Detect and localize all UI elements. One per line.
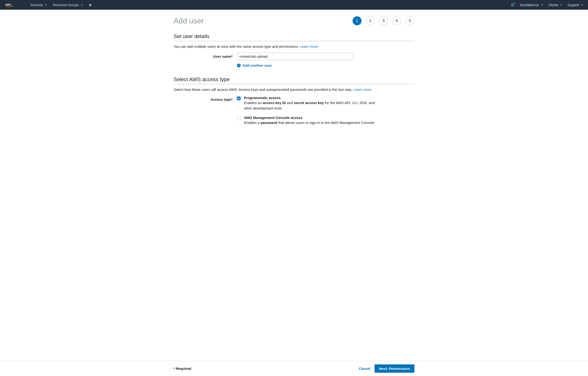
notification-dot-icon <box>514 2 515 4</box>
nav-account-label: heyValdemar <box>520 3 539 7</box>
username-row: User name* + Add another user <box>174 53 414 67</box>
option-programmatic: Programmatic access Enables an access ke… <box>237 96 414 111</box>
section-user-details-desc-text: You can add multiple users at once with … <box>174 44 300 48</box>
chevron-down-icon: ▼ <box>45 4 47 6</box>
programmatic-desc: Enables an access key ID and secret acce… <box>244 100 381 111</box>
pin-icon[interactable] <box>86 0 95 10</box>
section-access-type-desc-text: Select how these users will access AWS. … <box>174 88 354 91</box>
programmatic-title: Programmatic access <box>244 96 381 100</box>
learn-more-link[interactable]: Learn more <box>354 88 372 91</box>
nav-services-label: Services <box>30 3 43 7</box>
plus-circle-icon: + <box>237 64 241 67</box>
learn-more-link[interactable]: Learn more <box>300 44 318 48</box>
option-console: AWS Management Console access Enables a … <box>237 116 414 126</box>
nav-support[interactable]: Support ▼ <box>567 0 583 10</box>
chevron-down-icon: ▼ <box>560 4 562 6</box>
section-access-type: Select AWS access type Select how these … <box>174 76 414 130</box>
add-another-user-label: Add another user <box>242 63 272 67</box>
section-user-details-desc: You can add multiple users at once with … <box>174 44 414 48</box>
access-type-label: Access type* <box>174 96 237 101</box>
chevron-down-icon: ▼ <box>81 4 83 6</box>
nav-services[interactable]: Services ▼ <box>27 0 50 10</box>
step-4[interactable]: 4 <box>392 16 401 25</box>
notifications-icon[interactable] <box>511 3 514 7</box>
page-title: Add user <box>174 17 204 25</box>
nav-region[interactable]: Global ▼ <box>548 0 562 10</box>
wizard-steps: 1 2 3 4 5 <box>353 16 414 25</box>
aws-logo[interactable]: aws <box>5 3 18 7</box>
top-nav: aws Services ▼ Resource Groups ▼ heyVald… <box>0 0 588 10</box>
svg-text:aws: aws <box>5 3 11 6</box>
chevron-down-icon: ▼ <box>581 4 583 6</box>
programmatic-checkbox[interactable] <box>237 97 241 100</box>
section-user-details-heading: Set user details <box>174 33 414 41</box>
chevron-down-icon: ▼ <box>541 4 543 6</box>
step-2[interactable]: 2 <box>366 16 375 25</box>
section-access-type-desc: Select how these users will access AWS. … <box>174 88 414 91</box>
username-input[interactable] <box>237 53 354 60</box>
nav-resource-groups-label: Resource Groups <box>53 3 79 7</box>
page-header: Add user 1 2 3 4 5 <box>174 16 414 25</box>
console-checkbox[interactable] <box>237 116 241 120</box>
step-3[interactable]: 3 <box>379 16 388 25</box>
section-access-type-heading: Select AWS access type <box>174 76 414 84</box>
nav-region-label: Global <box>548 3 558 7</box>
add-another-user-button[interactable]: + Add another user <box>237 63 414 67</box>
console-title: AWS Management Console access <box>244 116 375 120</box>
nav-account[interactable]: heyValdemar ▼ <box>520 0 543 10</box>
nav-support-label: Support <box>567 3 579 7</box>
step-1[interactable]: 1 <box>353 16 362 25</box>
access-type-row: Access type* Programmatic access Enables… <box>174 96 414 130</box>
username-label: User name* <box>174 53 237 58</box>
section-user-details: Set user details You can add multiple us… <box>174 33 414 67</box>
step-5[interactable]: 5 <box>405 16 414 25</box>
console-desc: Enables a password that allows users to … <box>244 120 375 126</box>
nav-resource-groups[interactable]: Resource Groups ▼ <box>50 0 86 10</box>
